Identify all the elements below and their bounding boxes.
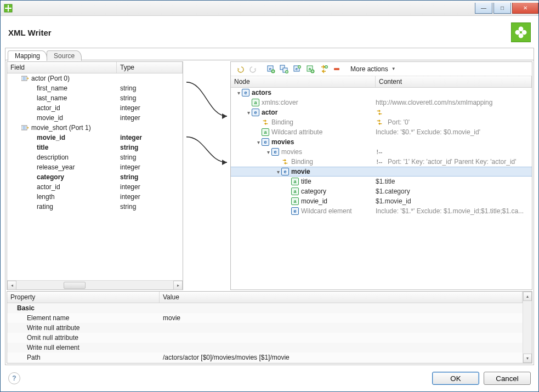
v-scrollbar[interactable]: ▴ ▾ — [523, 292, 532, 363]
properties-rows[interactable]: BasicElement namemovieWrite null attribu… — [7, 303, 523, 363]
property-row[interactable]: Path/actors/actor [$0]/movies/movies [$1… — [7, 353, 523, 362]
node-row[interactable]: amovie_id$1.movie_id — [231, 196, 532, 206]
binding-icon — [281, 158, 289, 166]
properties-header: Property Value — [7, 292, 523, 303]
node-row[interactable]: ▾emovies — [231, 137, 532, 147]
node-label: movie_id — [301, 197, 327, 205]
tree-twisty[interactable]: ▾ — [235, 90, 242, 96]
field-row[interactable]: categorystring — [7, 172, 183, 182]
field-row[interactable]: movie_idinteger — [7, 113, 183, 123]
field-type: integer — [120, 114, 140, 122]
field-row[interactable]: movie_idinteger — [7, 133, 183, 143]
properties-header-value[interactable]: Value — [160, 292, 523, 303]
binding-icon — [376, 118, 383, 126]
node-toolbar: e e a More actions ▼ — [231, 62, 532, 76]
node-row[interactable]: ▾emovies!-- — [231, 147, 532, 157]
node-row[interactable]: ▾eactor — [231, 107, 532, 117]
field-type: integer — [120, 163, 140, 171]
remove-button[interactable] — [331, 63, 343, 75]
property-name: Element name — [7, 314, 160, 322]
tab-source[interactable]: Source — [47, 50, 82, 61]
node-row[interactable]: ▾eactors — [231, 88, 532, 98]
field-name: release_year — [37, 163, 75, 171]
scroll-thumb[interactable] — [64, 282, 86, 289]
field-row[interactable]: titlestring — [7, 143, 183, 152]
property-value[interactable]: /actors/actor [$0]/movies/movies [$1]/mo… — [160, 354, 523, 361]
field-row[interactable]: lengthinteger — [7, 192, 183, 202]
fields-header-type[interactable]: Type — [117, 62, 183, 73]
tree-twisty[interactable]: ▾ — [265, 149, 271, 155]
tree-twisty[interactable]: ▾ — [255, 139, 262, 145]
node-row[interactable]: axmlns:cloverhttp://www.cloveretl.com/ns… — [231, 98, 532, 107]
port-row[interactable]: actor (Port 0) — [7, 73, 183, 83]
node-content: Port: '1' Key: 'actor_id' Parent Key: 'a… — [388, 158, 517, 166]
node-row[interactable]: eWildcard elementInclude: '$1.*' Exclude… — [231, 206, 532, 216]
scroll-left-button[interactable]: ◂ — [7, 281, 16, 290]
attribute-icon: a — [262, 128, 269, 136]
field-row[interactable]: first_namestring — [7, 83, 183, 93]
property-row[interactable]: Write null attribute — [7, 323, 523, 333]
node-content: http://www.cloveretl.com/ns/xmlmapping — [376, 99, 492, 106]
fields-tree[interactable]: actor (Port 0)first_namestringlast_names… — [7, 73, 183, 280]
element-icon: e — [271, 148, 279, 156]
nodes-header-node[interactable]: Node — [231, 76, 376, 87]
node-row[interactable]: acategory$1.category — [231, 186, 532, 196]
port-icon — [21, 124, 29, 131]
attribute-icon: a — [252, 99, 259, 106]
property-name: Write null attribute — [7, 324, 160, 332]
node-row[interactable]: atitle$1.title — [231, 177, 532, 186]
redo-button[interactable] — [247, 63, 259, 75]
node-label: movie — [291, 168, 310, 175]
more-actions-dropdown[interactable]: More actions ▼ — [347, 64, 399, 74]
properties-header-property[interactable]: Property — [7, 292, 160, 303]
fields-header-field[interactable]: Field — [7, 62, 117, 73]
nodes-tree[interactable]: ▾eactorsaxmlns:cloverhttp://www.cloveret… — [231, 88, 532, 289]
field-row[interactable]: release_yearinteger — [7, 162, 183, 172]
tab-mapping[interactable]: Mapping — [8, 50, 47, 61]
add-attribute-button[interactable]: e — [291, 63, 303, 75]
scroll-right-button[interactable]: ▸ — [173, 281, 183, 290]
undo-button[interactable] — [234, 63, 246, 75]
node-row[interactable]: aWildcard attributeInclude: '$0.*' Exclu… — [231, 127, 532, 137]
tree-twisty[interactable]: ▾ — [275, 169, 281, 175]
field-row[interactable]: actor_idinteger — [7, 182, 183, 192]
add-element-button[interactable]: e — [265, 63, 277, 75]
node-row[interactable]: ▾emovie — [231, 167, 532, 177]
field-name: first_name — [37, 84, 67, 92]
scroll-down-button[interactable]: ▾ — [523, 354, 532, 363]
property-value[interactable]: movie — [160, 314, 523, 322]
property-name: Omit null attribute — [7, 334, 160, 342]
property-row[interactable]: Element namemovie — [7, 313, 523, 323]
property-row[interactable]: Omit null attribute — [7, 333, 523, 343]
add-text-button[interactable]: a — [304, 63, 316, 75]
scroll-up-button[interactable]: ▴ — [523, 292, 532, 301]
ok-button[interactable]: OK — [432, 372, 479, 385]
minimize-button[interactable]: — — [475, 3, 492, 14]
tree-twisty[interactable]: ▾ — [245, 110, 252, 116]
titlebar[interactable]: — □ ✕ — [1, 1, 538, 16]
field-row[interactable]: actor_idinteger — [7, 103, 183, 113]
maximize-button[interactable]: □ — [493, 3, 511, 14]
field-row[interactable]: ratingstring — [7, 202, 183, 212]
field-row[interactable]: last_namestring — [7, 93, 183, 103]
add-child-element-button[interactable] — [278, 63, 290, 75]
add-binding-button[interactable] — [317, 63, 330, 75]
field-type: string — [120, 173, 138, 181]
cancel-button[interactable]: Cancel — [484, 372, 531, 385]
nodes-header-content[interactable]: Content — [376, 76, 532, 87]
property-group[interactable]: Basic — [7, 303, 523, 313]
field-type: string — [120, 94, 136, 102]
node-label: movies — [281, 148, 302, 156]
node-content: $1.title — [376, 178, 395, 185]
close-button[interactable]: ✕ — [512, 3, 538, 14]
property-row[interactable]: Write null element — [7, 343, 523, 353]
port-label: movie_short (Port 1) — [31, 124, 91, 132]
help-button[interactable]: ? — [8, 372, 20, 384]
field-type: integer — [120, 183, 140, 191]
element-icon: e — [262, 138, 269, 146]
port-row[interactable]: movie_short (Port 1) — [7, 123, 183, 133]
node-row[interactable]: BindingPort: '0' — [231, 117, 532, 127]
field-row[interactable]: descriptionstring — [7, 152, 183, 162]
h-scrollbar[interactable]: ◂ ▸ — [7, 280, 183, 289]
node-row[interactable]: Binding!--Port: '1' Key: 'actor_id' Pare… — [231, 157, 532, 167]
